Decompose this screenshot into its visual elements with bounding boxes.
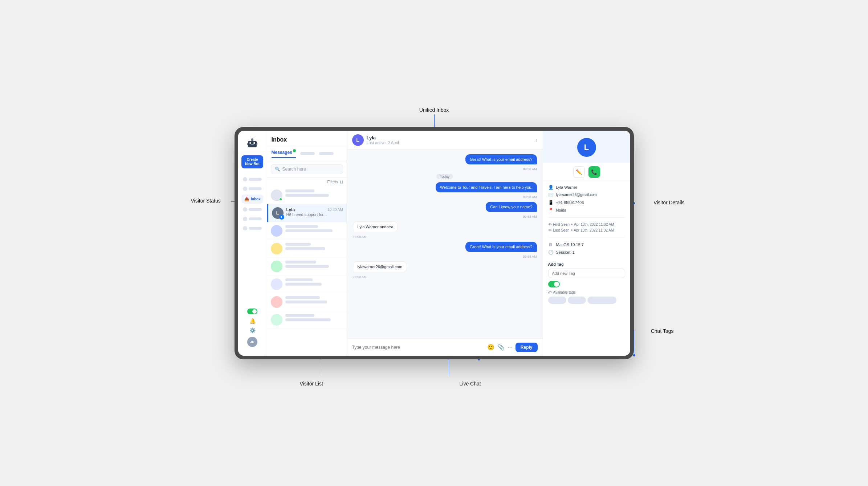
visitor-session-detail: Session: 1 [556,250,575,254]
visitor-location-detail: Noida [556,208,567,212]
list-item[interactable] [267,275,347,293]
settings-icon[interactable]: ⚙️ [249,327,256,333]
facebook-badge-icon: f [279,215,284,220]
svg-rect-1 [249,142,251,144]
visitor-status-label: Visitor Status [191,198,221,204]
visitor-time: 10:30 AM [327,208,343,212]
chat-header: L Lyla Last active: 2 April › [347,131,543,150]
list-item[interactable] [267,187,347,204]
info-row-email: ✉️ lylawarner26@gmail.com [548,192,625,197]
visitor-avatar [271,225,282,237]
search-bar: 🔍 Search here [267,161,347,177]
filter-icon[interactable]: ⊟ [340,180,343,184]
chat-last-active: Last active: 2 April [367,140,399,145]
sidebar-nav: 📥 Inbox [240,173,265,304]
sidebar-footer: 🔔 ⚙️ JD [247,309,257,350]
notifications-icon[interactable]: 🔔 [249,318,256,324]
date-divider: Today [436,174,453,179]
list-item[interactable] [267,258,347,275]
visitor-details-panel: L ✏️ 📞 👤 Lyla Warner ✉️ lylawarner26@gma… [543,131,630,356]
clock-icon: 🕐 [548,250,553,255]
tag-icon: 🏷 [548,290,552,294]
tag-toggle-switch[interactable] [548,281,560,287]
visitor-placeholder [285,296,343,303]
filters-label: Filters [327,180,338,184]
available-tags-label: 🏷 Available tags [548,290,625,294]
visitor-list-label: Visitor List [300,381,323,387]
search-input-wrap[interactable]: 🔍 Search here [271,164,343,174]
visitor-os-detail: MacOS 10.15.7 [556,242,584,247]
tab-messages[interactable]: Messages [272,149,296,158]
details-actions-row: ✏️ 📞 [543,163,630,181]
call-button[interactable]: 📞 [588,166,600,178]
first-seen-date: Apr 13th, 2022 11:02 AM [574,222,614,226]
email-icon: ✉️ [548,192,553,197]
svg-rect-3 [251,144,254,145]
last-seen-icon: 👁 [548,228,552,232]
chat-header-left: L Lyla Last active: 2 April [352,134,399,146]
live-chat-line-v [449,359,449,376]
attachment-icon[interactable]: 📎 [497,344,505,351]
filters-row: Filters ⊟ [267,177,347,187]
inbox-tabs: Messages [267,146,347,161]
tag-pill[interactable] [548,297,566,304]
chat-tags-label: Chat Tags [651,328,674,334]
chat-bubble-left: lylawarner26@gmail.com [353,261,407,272]
first-seen-icon: 👁 [548,222,552,226]
list-item[interactable] [267,222,347,240]
emoji-icon[interactable]: 🙂 [487,344,494,351]
chat-messages: Great! What is your email address? 09:58… [347,150,543,339]
edit-button[interactable]: ✏️ [573,166,585,178]
visitor-placeholder [285,189,343,197]
add-tag-input[interactable] [548,269,625,278]
messages-badge [293,149,296,152]
svg-rect-0 [248,141,257,147]
first-seen-label: First Seen [553,222,570,226]
sidebar-item-inbox[interactable]: 📥 Inbox [241,195,263,204]
chat-panel: L Lyla Last active: 2 April › Great! Wha… [347,131,543,356]
live-chat-label: Live Chat [460,381,481,387]
online-indicator [279,197,282,201]
chat-message-input[interactable] [352,345,484,350]
phone-icon: 📱 [548,200,553,205]
tab-placeholder-2[interactable] [319,152,334,155]
visitor-list-panel: Inbox Messages 🔍 Search here [267,131,347,356]
visitor-name-detail: Lyla Warner [556,185,577,189]
message-timestamp: 09:58 AM [353,235,367,239]
message-timestamp: 09:58 AM [353,275,367,279]
reply-button[interactable]: Reply [515,343,538,352]
monitor-icon: 🖥 [548,242,553,247]
chat-header-info: Lyla Last active: 2 April [367,135,399,145]
visitor-placeholder [285,225,343,232]
visitor-avatar [271,261,282,272]
tag-pill[interactable] [568,297,586,304]
more-options-icon[interactable]: ⋯ [508,344,513,350]
search-icon: 🔍 [275,167,280,172]
location-icon: 📍 [548,208,553,213]
visitor-avatar [271,278,282,290]
app-frame: Create New Bot 📥 [235,127,634,359]
create-new-bot-button[interactable]: Create New Bot [241,155,263,168]
tab-placeholder-1[interactable] [300,152,315,155]
chat-input-row: 🙂 📎 ⋯ Reply [347,339,543,356]
status-toggle[interactable] [247,309,257,314]
app-inner: Create New Bot 📥 [238,131,630,356]
first-last-seen: 👁 First Seen Apr 13th, 2022 11:02 AM 👁 L… [548,222,625,232]
sidebar: Create New Bot 📥 [238,131,267,356]
chat-bubble: Great! What is your email address? [465,154,537,164]
chevron-right-icon[interactable]: › [536,137,538,143]
chat-avatar: L [352,134,364,146]
list-item-lyla[interactable]: L f Lyla 10:30 AM Hi! I need support for… [267,204,347,222]
first-seen-row: 👁 First Seen Apr 13th, 2022 11:02 AM [548,222,625,226]
robot-logo-icon [246,136,259,150]
svg-rect-2 [253,142,255,144]
list-item[interactable] [267,293,347,311]
list-item[interactable] [267,311,347,329]
visitor-name: Lyla [286,207,295,212]
available-tags-text: Available tags [553,290,576,294]
tag-pill[interactable] [587,297,616,304]
unified-inbox-label: Unified Inbox [419,107,449,113]
section-divider [548,217,625,218]
list-item[interactable] [267,240,347,258]
user-avatar[interactable]: JD [247,337,257,347]
